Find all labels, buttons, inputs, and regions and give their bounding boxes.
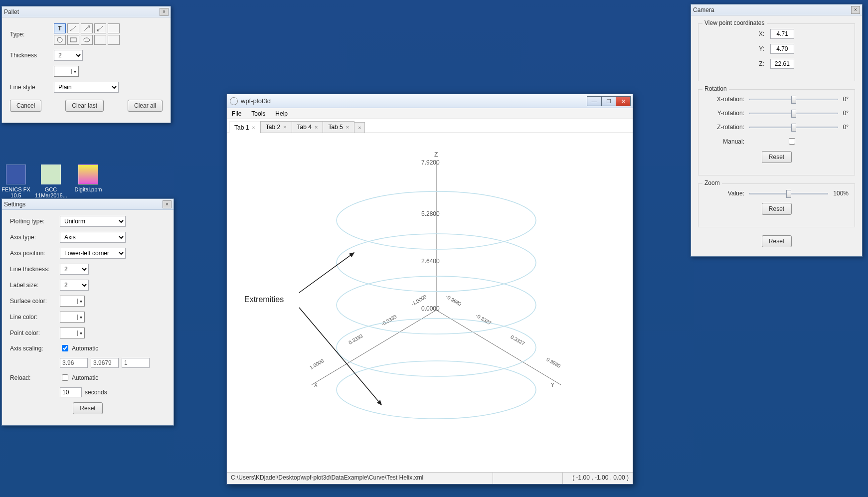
tool-text[interactable]: T [54,23,66,33]
zoom-group: Zoom Value: 100% Reset [698,183,855,227]
minimize-button[interactable]: — [587,96,602,106]
manual-checkbox[interactable] [789,138,795,145]
status-path: C:\Users\KDjadel\Desktop\wpf-plot3d\Data… [227,473,493,484]
clear-all-button[interactable]: Clear all [128,100,163,112]
viewpoint-label: View point coordinates [702,19,767,26]
menu-tools[interactable]: Tools [246,110,270,117]
menubar: File Tools Help [227,108,633,119]
tab-close-icon[interactable]: × [283,124,286,130]
line-thickness-label: Line thickness: [10,266,60,273]
scale-y-input[interactable] [91,358,119,368]
z-input[interactable] [770,59,794,69]
tool-line-arrow1[interactable] [81,23,93,33]
menu-help[interactable]: Help [270,110,293,117]
reload-interval-input[interactable] [60,387,82,397]
close-icon[interactable]: × [163,200,172,208]
xrot-label: X-rotation: [704,96,744,103]
tool-grid: T [54,23,120,45]
axis-scaling-label: Axis scaling: [10,345,60,352]
desktop-icon-label: Digital.ppm [72,186,104,192]
desktop-icon-gcc[interactable]: GCC 11Mar2016... [35,165,67,198]
z-tick: 2.6400 [421,258,440,265]
desktop-icon-fenics[interactable]: FENICS FX 10.5 [0,165,32,198]
plot-area[interactable]: Extremities Z 7.9200 5.2800 2.6400 0.000… [227,133,633,472]
desktop-icon-label: GCC 11Mar2016... [35,186,67,198]
maximize-button[interactable]: ☐ [601,96,616,106]
zoom-slider[interactable] [749,189,828,198]
cancel-button[interactable]: Cancel [10,100,41,112]
svg-line-0 [70,26,76,31]
desktop-icon-digital[interactable]: Digital.ppm [72,165,104,192]
axis-position-select[interactable]: Lower-left corner [60,248,126,259]
tab-extra[interactable]: × [354,122,365,133]
plotting-type-select[interactable]: Uniform [60,216,126,227]
clear-last-button[interactable]: Clear last [65,100,104,112]
tab-close-icon[interactable]: × [315,124,318,130]
zoom-value-label: Value: [704,190,744,197]
tool-rect[interactable] [67,35,79,45]
settings-titlebar[interactable]: Settings × [2,199,174,210]
plotting-type-label: Plotting type: [10,218,60,225]
svg-rect-4 [70,38,76,42]
xrot-slider[interactable] [749,95,838,104]
tool-circle[interactable] [54,35,66,45]
y-label: Y: [759,45,764,52]
menu-file[interactable]: File [227,110,246,117]
zrot-label: Z-rotation: [704,124,744,131]
yrot-value: 0° [843,110,849,117]
pallet-titlebar[interactable]: Pallet × [2,6,171,17]
linestyle-label: Line style [10,84,54,91]
scale-z-input[interactable] [122,358,150,368]
type-label: Type: [10,31,54,38]
zoom-reset-button[interactable]: Reset [762,203,792,215]
close-button[interactable]: ✕ [616,96,631,106]
axis-position-label: Axis position: [10,250,60,257]
app-title: wpf-plot3d [241,97,271,105]
linestyle-select[interactable]: Plain [54,82,119,93]
y-input[interactable] [770,44,794,54]
rotation-reset-button[interactable]: Reset [762,151,792,163]
yrot-slider[interactable] [749,109,838,118]
tool-empty2[interactable] [94,35,106,45]
tool-line-diag[interactable] [67,23,79,33]
color-picker[interactable]: ▾ [54,66,79,77]
axis-scaling-checkbox[interactable] [62,345,68,351]
tab-close-icon[interactable]: × [252,125,255,131]
app-titlebar[interactable]: wpf-plot3d — ☐ ✕ [227,94,633,108]
tool-empty1[interactable] [108,23,120,33]
close-icon[interactable]: × [851,6,860,14]
line-thickness-select[interactable]: 2 [60,264,89,275]
tool-empty3[interactable] [108,35,120,45]
z-tick: 7.9200 [421,159,440,166]
reload-checkbox[interactable] [62,374,68,381]
point-color-picker[interactable]: ▾ [60,328,85,338]
camera-titlebar[interactable]: Camera × [691,4,862,15]
svg-line-15 [299,308,381,405]
surface-color-picker[interactable]: ▾ [60,296,85,307]
settings-title: Settings [4,201,25,208]
settings-reset-button[interactable]: Reset [73,402,103,414]
axis-type-select[interactable]: Axis [60,232,126,243]
tab-5[interactable]: Tab 5× [323,121,354,133]
axis-type-label: Axis type: [10,234,60,241]
svg-line-7 [312,310,436,385]
tab-2[interactable]: Tab 2× [260,121,292,133]
app-icon [230,97,238,105]
camera-reset-button[interactable]: Reset [762,235,792,247]
thickness-select[interactable]: 2 [54,50,83,61]
svg-line-8 [436,310,561,385]
tool-ellipse[interactable] [81,35,93,45]
thickness-label: Thickness [10,52,54,59]
scale-x-input[interactable] [60,358,88,368]
tab-1[interactable]: Tab 1× [229,122,261,133]
zrot-slider[interactable] [749,123,838,132]
close-icon[interactable]: × [160,8,169,16]
x-input[interactable] [770,29,794,39]
tab-close-icon[interactable]: × [346,124,349,130]
status-bar: C:\Users\KDjadel\Desktop\wpf-plot3d\Data… [227,472,633,484]
label-size-select[interactable]: 2 [60,280,89,291]
line-color-picker[interactable]: ▾ [60,312,85,323]
tool-line-arrow2[interactable] [94,23,106,33]
tab-4[interactable]: Tab 4× [292,121,324,133]
rotation-group: Rotation X-rotation: 0° Y-rotation: 0° Z… [698,89,855,175]
